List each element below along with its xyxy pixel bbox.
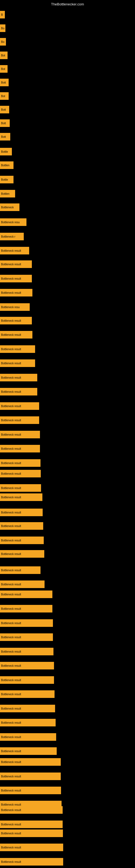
bar-item-24: Bottleneck result xyxy=(0,345,35,353)
bar-item-50: Bottleneck result xyxy=(0,705,55,712)
bar-item-36: Bottleneck result xyxy=(0,508,43,516)
bar-item-21: Bottleneck resu xyxy=(0,303,30,311)
bar-item-0: B xyxy=(0,11,5,19)
bar-item-40: Bottleneck result xyxy=(0,566,41,574)
bar-item-8: Bott xyxy=(0,119,10,127)
bar-item-23: Bottleneck result xyxy=(0,331,32,339)
bar-item-16: Bottleneck r xyxy=(0,233,24,240)
bar-item-6: Bot xyxy=(0,92,9,100)
bar-item-44: Bottleneck result xyxy=(0,619,53,627)
bar-item-35: Bottleneck result xyxy=(0,493,42,501)
bar-item-49: Bottleneck result xyxy=(0,690,54,698)
bar-item-19: Bottleneck result xyxy=(0,275,32,282)
bar-item-61: Bottleneck result xyxy=(0,844,63,851)
bar-item-54: Bottleneck result xyxy=(0,758,61,766)
bar-item-11: Bottlen xyxy=(0,161,13,169)
bar-item-58: Bottleneck result xyxy=(0,806,63,814)
bar-item-4: Bot xyxy=(0,65,8,73)
bar-item-45: Bottleneck result xyxy=(0,633,53,641)
bar-item-25: Bottleneck result xyxy=(0,360,35,367)
bar-item-59: Bottleneck result xyxy=(0,820,63,828)
bar-item-22: Bottleneck result xyxy=(0,317,32,324)
bar-item-27: Bottleneck result xyxy=(0,388,37,396)
bar-item-53: Bottleneck result xyxy=(0,747,57,755)
bar-item-32: Bottleneck result xyxy=(0,459,41,467)
bar-item-12: Bottle xyxy=(0,176,13,183)
bar-item-18: Bottleneck result xyxy=(0,260,32,268)
bar-item-15: Bottleneck resu xyxy=(0,218,27,226)
bar-item-31: Bottleneck result xyxy=(0,445,40,453)
bar-item-60: Bottleneck result xyxy=(0,830,63,837)
bar-item-2: Bo xyxy=(0,38,6,45)
bar-item-62: Bottleneck result xyxy=(0,858,63,866)
bar-item-20: Bottleneck result xyxy=(0,289,32,297)
bar-item-13: Bottlen xyxy=(0,190,15,197)
bar-item-28: Bottleneck result xyxy=(0,402,39,410)
bar-item-1: Bo xyxy=(0,24,5,32)
bar-item-3: Bot xyxy=(0,52,8,59)
bar-item-5: Bott xyxy=(0,79,9,86)
bar-item-7: Bott xyxy=(0,106,9,113)
bar-item-26: Bottleneck result xyxy=(0,374,37,381)
bar-item-33: Bottleneck result xyxy=(0,470,41,477)
bar-item-9: Bott xyxy=(0,133,10,141)
bar-item-55: Bottleneck result xyxy=(0,773,61,780)
bar-item-14: Bottleneck xyxy=(0,204,19,211)
site-title: TheBottlenecker.com xyxy=(51,2,84,6)
bar-item-48: Bottleneck result xyxy=(0,676,54,684)
bar-item-52: Bottleneck result xyxy=(0,733,56,741)
bar-item-42: Bottleneck result xyxy=(0,590,52,598)
bar-item-10: Bottle xyxy=(0,148,12,155)
bar-item-56: Bottleneck result xyxy=(0,786,61,794)
bar-item-41: Bottleneck result xyxy=(0,581,45,588)
bar-item-51: Bottleneck result xyxy=(0,719,56,726)
bar-item-43: Bottleneck result xyxy=(0,605,52,613)
bar-item-34: Bottleneck result xyxy=(0,484,41,492)
bar-item-47: Bottleneck result xyxy=(0,662,54,670)
bar-item-46: Bottleneck result xyxy=(0,648,53,655)
bar-item-29: Bottleneck result xyxy=(0,416,39,424)
bar-item-37: Bottleneck result xyxy=(0,522,43,530)
bar-item-17: Bottleneck result xyxy=(0,247,29,254)
bar-item-39: Bottleneck result xyxy=(0,550,44,558)
bar-item-38: Bottleneck result xyxy=(0,536,44,544)
bar-item-30: Bottleneck result xyxy=(0,431,40,438)
